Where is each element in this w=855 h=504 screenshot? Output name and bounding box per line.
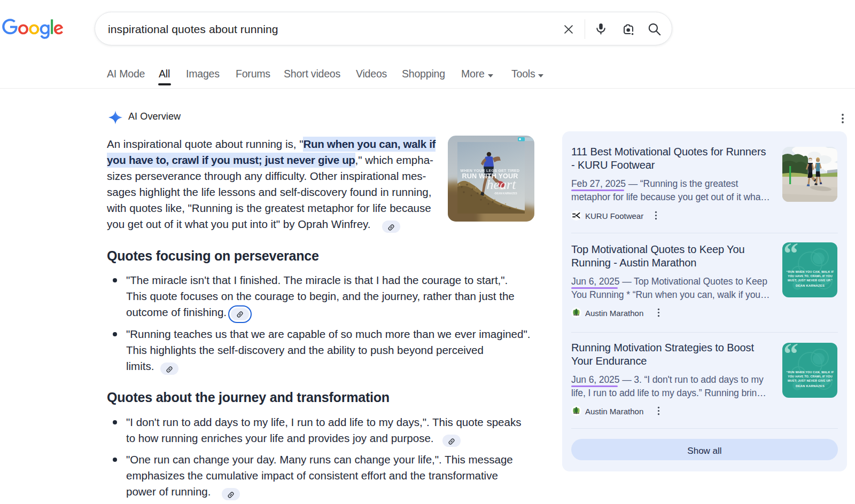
svg-text:YOU HAVE TO, CRAWL IF YOU: YOU HAVE TO, CRAWL IF YOU [788,375,833,378]
svg-text:MUST; JUST NEVER GIVE UP.”: MUST; JUST NEVER GIVE UP.” [788,379,833,382]
svg-text:“: “ [783,343,798,371]
svg-text:MUST; JUST NEVER GIVE UP.”: MUST; JUST NEVER GIVE UP.” [788,279,833,282]
svg-text:WHEN YOUR LEGS GET TIRED: WHEN YOUR LEGS GET TIRED [461,169,520,172]
svg-text:“RUN WHEN YOU CAN, WALK IF: “RUN WHEN YOU CAN, WALK IF [787,270,834,273]
svg-text:heart: heart [487,177,517,192]
svg-text:DEAN KARNAZES: DEAN KARNAZES [796,284,825,287]
svg-text:DEAN KARNAZES: DEAN KARNAZES [796,384,825,388]
svg-text:-DEAN KARNAZES: -DEAN KARNAZES [494,192,517,195]
svg-text:“RUN WHEN YOU CAN, WALK IF: “RUN WHEN YOU CAN, WALK IF [787,371,834,374]
svg-text:YOU HAVE TO, CRAWL IF YOU: YOU HAVE TO, CRAWL IF YOU [788,274,833,278]
svg-text:“: “ [783,242,798,270]
